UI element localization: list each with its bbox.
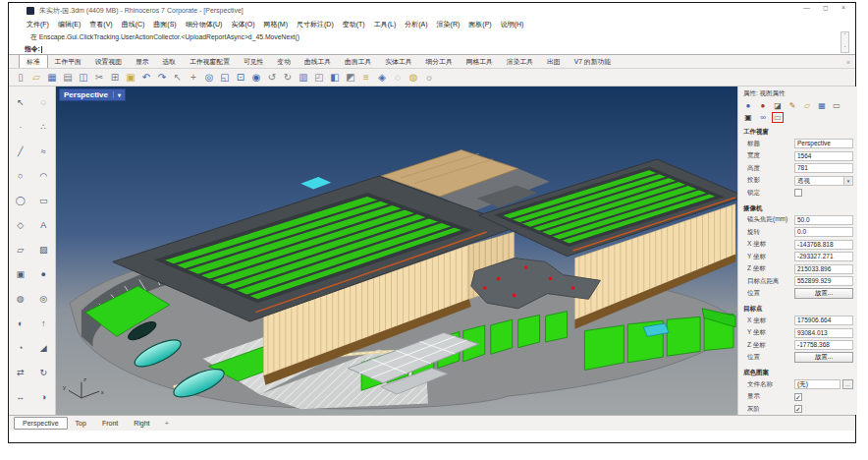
move-tool-icon[interactable]: ⇄ <box>11 360 30 384</box>
box-tool-icon[interactable]: ▣ <box>11 261 30 286</box>
display-mode-icon[interactable]: ◧ <box>327 70 343 85</box>
surface-tool-icon[interactable]: ▱ <box>11 237 30 261</box>
property-input[interactable]: 215033.896 <box>794 264 853 274</box>
camera-icon[interactable]: ▣ <box>742 112 754 123</box>
property-input[interactable]: Perspective <box>794 139 853 148</box>
zoom-extents-icon[interactable]: ⊡ <box>233 70 248 85</box>
circle-tool-icon[interactable]: ○ <box>11 163 30 188</box>
toolbar-tab-11[interactable]: 细分工具 <box>418 55 459 68</box>
zoom-dynamic-icon[interactable]: ◎ <box>201 70 217 85</box>
chevron-down-icon[interactable]: ▾ <box>843 177 852 185</box>
shaded-mode-icon[interactable]: ◩ <box>343 70 358 85</box>
text-tool-icon[interactable]: A <box>33 212 53 237</box>
new-file-icon[interactable]: ▯ <box>13 70 28 85</box>
toolbar-tab-10[interactable]: 实体工具 <box>378 55 418 68</box>
object-properties-icon[interactable]: ● <box>742 100 754 111</box>
point-tool-icon[interactable]: ∙ <box>11 114 30 139</box>
layers-icon[interactable]: ≡ <box>358 70 374 85</box>
toolbar-tab-3[interactable]: 显示 <box>129 55 156 68</box>
toolbar-tab-1[interactable]: 工作平面 <box>48 55 88 68</box>
extrude-tool-icon[interactable]: ↑ <box>33 311 53 335</box>
pencil-icon[interactable]: ✎ <box>787 100 798 111</box>
menu-item-9[interactable]: 变动(T) <box>343 20 365 29</box>
object-properties-icon[interactable]: ◈ <box>374 70 390 85</box>
minimize-button[interactable]: — <box>803 4 810 12</box>
add-viewport-icon[interactable]: + <box>165 419 170 428</box>
chevron-down-icon[interactable]: ▾ <box>113 91 121 98</box>
property-input[interactable]: -293327.271 <box>794 252 853 261</box>
viewport[interactable]: Perspective ▾ <box>56 86 737 415</box>
restore-button[interactable]: ◻ <box>823 4 829 12</box>
select-tool-icon[interactable]: ↖ <box>11 89 30 114</box>
hide-object-icon[interactable]: ◌ <box>390 70 406 85</box>
scroll-up-icon[interactable]: ˆ <box>844 33 846 38</box>
open-file-icon[interactable]: ▱ <box>28 70 44 85</box>
zoom-selected-icon[interactable]: ◉ <box>248 70 264 85</box>
property-input[interactable]: 552899.929 <box>794 276 853 286</box>
viewport-tab-right[interactable]: Right <box>126 418 157 429</box>
menu-item-11[interactable]: 分析(A) <box>405 20 427 29</box>
fillet-tool-icon[interactable]: ◔ <box>11 335 30 360</box>
toolbar-tab-14[interactable]: 出图 <box>540 55 568 68</box>
property-input[interactable]: 50.0 <box>794 215 853 225</box>
cut-icon[interactable]: ✂ <box>91 70 107 85</box>
rotate-tool-icon[interactable]: ↻ <box>33 360 53 384</box>
menu-item-1[interactable]: 编辑(E) <box>58 20 81 29</box>
menu-item-2[interactable]: 查看(V) <box>89 20 112 29</box>
paste-icon[interactable]: ▣ <box>123 70 138 85</box>
menu-item-4[interactable]: 曲面(S) <box>153 20 176 29</box>
four-view-icon[interactable]: ◰ <box>311 70 327 85</box>
menu-item-10[interactable]: 工具(L) <box>374 20 397 29</box>
toolbar-tab-5[interactable]: 工作视窗配置 <box>183 55 237 68</box>
property-checkbox[interactable] <box>794 189 802 197</box>
viewport-tab-front[interactable]: Front <box>94 418 126 429</box>
place-button[interactable]: 放置... <box>794 352 853 363</box>
lock-object-icon[interactable]: ◍ <box>406 70 421 85</box>
zoom-window-icon[interactable]: ◱ <box>217 70 233 85</box>
viewport-properties-icon[interactable]: ▭ <box>772 112 784 123</box>
display-icon[interactable]: ▭ <box>831 100 842 111</box>
curve-tool-icon[interactable]: ≈ <box>33 139 53 163</box>
property-select[interactable]: 透视▾ <box>794 176 853 186</box>
browse-button[interactable]: ... <box>842 379 853 389</box>
command-scrollbar[interactable]: ˆ ˇ <box>841 31 849 53</box>
toolbar-tab-12[interactable]: 网格工具 <box>460 55 500 68</box>
polyline-tool-icon[interactable]: ╱ <box>11 139 30 163</box>
toolbar-tab-4[interactable]: 选取 <box>156 55 184 68</box>
polygon-tool-icon[interactable]: ◇ <box>11 212 30 237</box>
boolean-tool-icon[interactable]: ◐ <box>11 311 30 335</box>
ellipse-tool-icon[interactable]: ◯ <box>11 188 30 212</box>
viewport-title[interactable]: Perspective ▾ <box>59 88 126 101</box>
menu-item-3[interactable]: 曲线(C) <box>122 20 145 29</box>
options-icon[interactable]: ☼ <box>421 70 437 85</box>
toolbar-tab-0[interactable]: 标准 <box>19 54 48 68</box>
mirror-tool-icon[interactable]: ◑ <box>33 384 53 409</box>
select-icon[interactable]: ↖ <box>170 70 186 85</box>
rectangle-tool-icon[interactable]: ▭ <box>33 188 53 212</box>
property-checkbox[interactable]: ✓ <box>794 393 802 401</box>
property-input[interactable]: 0.0 <box>794 227 853 237</box>
toolbar-tab-9[interactable]: 曲面工具 <box>338 55 378 68</box>
export-icon[interactable]: ◫ <box>76 70 91 85</box>
property-checkbox[interactable]: ✓ <box>794 405 802 413</box>
arc-tool-icon[interactable]: ◠ <box>33 163 53 188</box>
property-input[interactable]: 175906.664 <box>794 316 853 325</box>
toolbar-tab-13[interactable]: 渲染工具 <box>500 55 540 68</box>
pan-view-icon[interactable]: + <box>186 70 201 85</box>
file-name-input[interactable]: (无) <box>794 379 841 389</box>
named-views-icon[interactable]: ▥ <box>296 70 311 85</box>
place-button[interactable]: 放置... <box>794 288 853 299</box>
link-icon[interactable]: ∞ <box>757 112 769 123</box>
save-file-icon[interactable]: ▦ <box>44 70 60 85</box>
material-icon[interactable]: ● <box>757 100 769 111</box>
close-button[interactable]: × <box>841 4 845 12</box>
property-input[interactable]: 93084.013 <box>794 328 853 338</box>
pipe-tool-icon[interactable]: ◎ <box>33 286 53 311</box>
folder-icon[interactable]: ▱ <box>801 100 813 111</box>
viewport-tab-top[interactable]: Top <box>68 418 94 429</box>
scale-tool-icon[interactable]: ↔ <box>11 384 30 409</box>
menu-item-8[interactable]: 尺寸标注(D) <box>297 20 334 29</box>
cylinder-tool-icon[interactable]: ◍ <box>11 286 30 311</box>
points-tool-icon[interactable]: ∴ <box>33 114 53 139</box>
toolbar-tab-6[interactable]: 可见性 <box>237 55 270 68</box>
